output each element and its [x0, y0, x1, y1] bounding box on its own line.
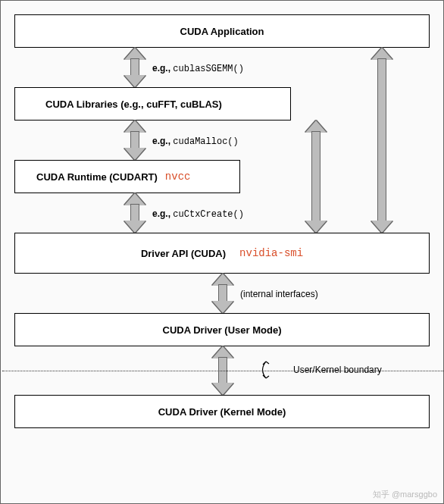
arrow-libs-to-driverapi-bypass [305, 121, 327, 233]
annotation-code: cuCtxCreate() [173, 209, 244, 220]
annotation-runtime-driverapi: e.g., cuCtxCreate() [152, 208, 244, 220]
box-label: Driver API (CUDA) [141, 248, 226, 259]
watermark-text: 知乎 @marsggbo [373, 489, 437, 500]
box-cuda-libraries: CUDA Libraries (e.g., cuFFT, cuBLAS) [14, 87, 291, 121]
annotation-text: User/Kernel boundary [293, 365, 382, 375]
annotation-user-kernel-boundary: User/Kernel boundary [293, 365, 382, 375]
boundary-curly-arrow-icon [260, 357, 293, 383]
annotation-code: cudaMalloc() [173, 136, 238, 147]
driverapi-annotation-nvidia-smi: nvidia-smi [239, 247, 303, 259]
box-label: CUDA Libraries (e.g., cuFFT, cuBLAS) [45, 99, 222, 110]
box-cuda-application: CUDA Application [14, 14, 430, 48]
arrow-driverapi-to-driveruser [211, 274, 234, 313]
box-cuda-driver-kernel: CUDA Driver (Kernel Mode) [14, 395, 430, 428]
diagram-canvas: { "chart_data": { "type": "diagram", "ti… [0, 0, 444, 504]
box-cuda-runtime: CUDA Runtime (CUDART) nvcc [14, 160, 240, 193]
annotation-code: cublasSGEMM() [173, 64, 244, 74]
annotation-prefix: e.g., [152, 136, 173, 146]
arrow-app-to-libs [124, 48, 146, 87]
box-driver-api: Driver API (CUDA) nvidia-smi [14, 233, 430, 274]
runtime-annotation-nvcc: nvcc [165, 171, 191, 183]
annotation-text: (internal interfaces) [240, 289, 318, 299]
box-label: CUDA Application [180, 26, 264, 37]
annotation-libs-runtime: e.g., cudaMalloc() [152, 136, 239, 147]
annotation-prefix: e.g., [152, 208, 173, 219]
arrow-app-to-driverapi-bypass [371, 48, 393, 233]
annotation-app-libs: e.g., cublasSGEMM() [152, 63, 244, 74]
arrow-runtime-to-driverapi [124, 193, 146, 233]
box-label: CUDA Runtime (CUDART) [36, 171, 158, 183]
box-label: CUDA Driver (Kernel Mode) [158, 406, 286, 418]
annotation-internal-interfaces: (internal interfaces) [240, 289, 318, 299]
arrow-libs-to-runtime [124, 121, 146, 160]
box-cuda-driver-user: CUDA Driver (User Mode) [14, 313, 430, 346]
annotation-prefix: e.g., [152, 63, 173, 74]
box-label: CUDA Driver (User Mode) [163, 324, 282, 336]
